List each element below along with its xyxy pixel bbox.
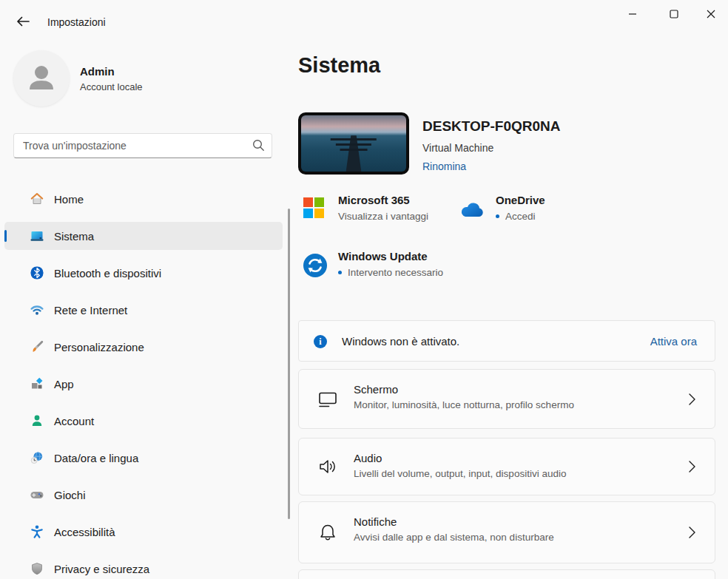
quick-title: OneDrive [496,194,545,206]
sidebar-item-label: App [54,378,74,390]
audio-settings-card[interactable]: Audio Livelli del volume, output, input,… [298,438,715,495]
avatar [13,50,70,106]
card-title: Notifiche [354,515,397,528]
device-type: Virtual Machine [422,142,493,154]
chevron-right-icon [689,526,695,538]
card-title: Schermo [354,383,398,396]
card-subtitle: Livelli del volume, output, input, dispo… [354,468,566,479]
person-icon [24,61,58,95]
apps-icon [30,376,44,391]
bluetooth-icon [30,265,44,280]
status-dot [496,214,499,218]
sidebar-item-gaming[interactable]: Giochi [4,481,283,509]
notifications-settings-card[interactable]: Notifiche Avvisi dalle app e dal sistema… [298,501,715,563]
onedrive-icon [458,201,486,220]
speaker-icon [317,456,339,478]
sidebar-item-system[interactable]: Sistema [4,222,283,250]
system-icon [30,228,44,243]
activate-now-link[interactable]: Attiva ora [650,335,697,348]
device-thumbnail [298,112,409,175]
sidebar-item-label: Giochi [54,489,86,501]
personalization-icon [30,339,44,354]
minimize-icon [628,10,637,18]
sidebar-item-label: Rete e Internet [54,304,127,316]
maximize-button[interactable] [657,0,691,28]
profile-header[interactable]: Admin Account locale [13,49,265,108]
chevron-right-icon [689,393,695,405]
selected-accent-bar [4,230,7,242]
microsoft-365-tile[interactable]: Microsoft 365 Visualizza i vantaggi [338,194,428,222]
sidebar-item-apps[interactable]: App [4,370,283,398]
quick-subtitle: Intervento necessario [348,267,443,278]
windows-update-icon [303,253,328,278]
quick-subtitle: Accedi [505,211,536,222]
sidebar-item-label: Bluetooth e dispositivi [54,267,161,280]
home-icon [30,192,44,206]
sidebar-item-label: Account [54,415,94,427]
sidebar-item-label: Sistema [54,230,94,243]
sidebar-item-label: Personalizzazione [54,341,144,353]
page-title: Sistema [298,53,380,78]
sidebar-item-accessibility[interactable]: Accessibilità [4,518,283,546]
sidebar-item-label: Privacy e sicurezza [54,563,149,575]
gaming-icon [30,487,44,502]
card-title: Audio [354,452,382,464]
activation-banner: i Windows non è attivato. Attiva ora [298,320,715,362]
profile-name: Admin [80,65,115,78]
settings-window: Impostazioni Admin Account locale [0,0,728,579]
profile-subtitle: Account locale [80,81,143,92]
card-subtitle: Monitor, luminosità, luce notturna, prof… [354,399,574,410]
app-title: Impostazioni [47,16,106,28]
sidebar-item-label: Accessibilità [54,526,115,538]
sidebar-item-accounts[interactable]: Account [4,407,283,435]
device-name: DESKTOP-F0QR0NA [422,118,561,135]
bell-icon [317,521,339,544]
sidebar-item-label: Home [54,193,84,206]
sidebar-item-personalization[interactable]: Personalizzazione [4,333,283,361]
chevron-right-icon [689,461,695,473]
back-arrow-icon [16,16,30,27]
minimize-button[interactable] [616,0,650,28]
search-input[interactable] [13,133,272,158]
close-icon [707,10,715,18]
accounts-icon [30,413,44,428]
sidebar-nav: Home Sistema Bluetooth e dispositivi [4,185,283,579]
microsoft-logo-icon [303,197,324,218]
sidebar-item-privacy-security[interactable]: Privacy e sicurezza [4,555,283,579]
windows-update-tile[interactable]: Windows Update Intervento necessario [338,250,443,278]
time-language-icon [30,450,44,465]
display-settings-card[interactable]: Schermo Monitor, luminosità, luce nottur… [298,369,715,429]
device-wallpaper [301,115,406,172]
wallpaper-pier [340,135,368,172]
sidebar-item-home[interactable]: Home [4,185,283,213]
search-box [13,133,272,158]
display-icon [317,388,339,410]
network-icon [30,302,44,317]
sidebar-item-time-language[interactable]: Data/ora e lingua [4,444,283,472]
maximize-icon [670,10,678,18]
onedrive-tile[interactable]: OneDrive Accedi [496,194,545,222]
search-icon [252,138,265,152]
sidebar-item-network-internet[interactable]: Rete e Internet [4,296,283,324]
next-settings-card-partial[interactable] [298,569,715,579]
sidebar-scrollbar[interactable] [288,209,290,519]
card-subtitle: Avvisi dalle app e dal sistema, non dist… [354,532,554,543]
status-dot [338,271,342,274]
back-button[interactable] [10,10,36,33]
quick-subtitle: Visualizza i vantaggi [338,211,428,222]
rename-link[interactable]: Rinomina [422,160,466,172]
close-button[interactable] [694,0,728,28]
info-icon: i [314,335,327,348]
accessibility-icon [30,524,44,539]
quick-title: Windows Update [338,250,443,263]
sidebar-item-label: Data/ora e lingua [54,452,138,464]
activation-message: Windows non è attivato. [342,335,459,348]
quick-title: Microsoft 365 [338,194,428,206]
sidebar-item-bluetooth-devices[interactable]: Bluetooth e dispositivi [4,259,283,287]
privacy-icon [30,561,44,576]
